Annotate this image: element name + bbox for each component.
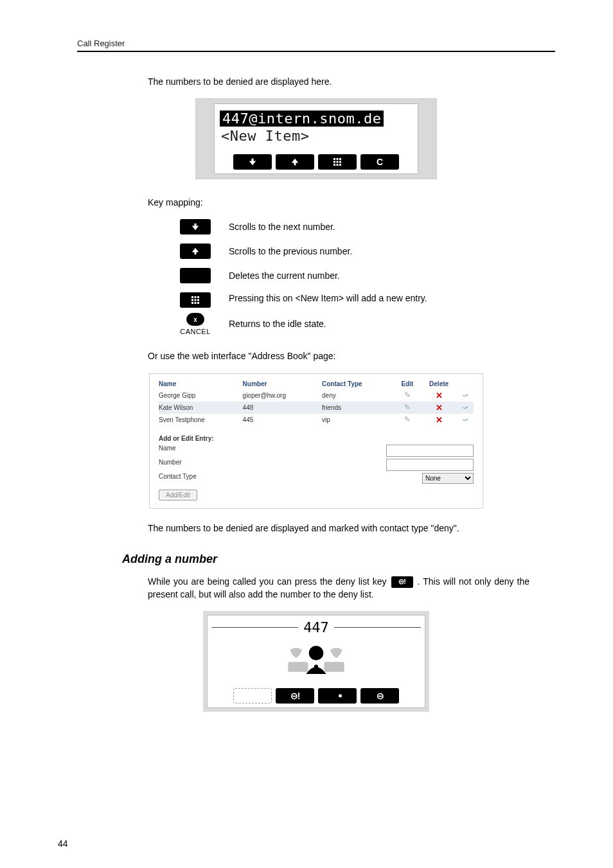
table-row: George Gipp gioper@hw.org deny ✎ ✕ ⤻ bbox=[159, 389, 474, 402]
deny-key-icon: ⊝! bbox=[391, 576, 413, 588]
svg-rect-8 bbox=[339, 164, 341, 166]
ringing-person-icon bbox=[284, 641, 348, 679]
ab-label-ctype: Contact Type bbox=[159, 473, 220, 484]
ab-label-name: Name bbox=[159, 445, 220, 457]
ab-addedit-button[interactable]: Add/Edit bbox=[159, 490, 197, 500]
keymap-clear-icon: C bbox=[180, 268, 211, 283]
svg-rect-3 bbox=[333, 161, 335, 163]
delete-icon[interactable]: ✕ bbox=[436, 403, 443, 412]
keymap-grid-icon bbox=[180, 292, 211, 308]
keymap-grid-desc: Pressing this on <New Item> will add a n… bbox=[229, 292, 427, 305]
address-book-table: Name Number Contact Type Edit Delete Geo… bbox=[159, 380, 474, 426]
ab-input-number[interactable] bbox=[386, 459, 474, 471]
ab-select-ctype[interactable]: None bbox=[422, 473, 474, 484]
svg-point-20 bbox=[309, 646, 324, 661]
lcd-selected-entry: 447@intern.snom.de bbox=[220, 111, 384, 127]
svg-rect-13 bbox=[195, 299, 197, 301]
clear-letter: C bbox=[377, 157, 383, 167]
table-row: Kate Wilson 448 friends ✎ ✕ ⤻ bbox=[159, 402, 474, 414]
hangup-icon: ⊝ bbox=[377, 691, 384, 701]
keymap-down-icon bbox=[180, 219, 211, 235]
ab-caption: The numbers to be denied are displayed a… bbox=[148, 522, 529, 535]
col-delete: Delete bbox=[422, 380, 459, 389]
ab-form-heading: Add or Edit Entry: bbox=[159, 435, 474, 442]
svg-rect-5 bbox=[339, 161, 341, 163]
svg-rect-2 bbox=[339, 158, 341, 160]
svg-rect-14 bbox=[197, 299, 199, 301]
arrow-down-icon bbox=[190, 221, 201, 233]
keymap-cancel-desc: Returns to the idle state. bbox=[229, 318, 326, 331]
clear-letter: C bbox=[191, 270, 199, 281]
dial-icon[interactable]: ⤻ bbox=[462, 416, 468, 423]
softkey-up[interactable] bbox=[276, 154, 314, 170]
col-name: Name bbox=[159, 380, 243, 389]
ab-intro: Or use the web interface "Address Book" … bbox=[148, 350, 529, 362]
keymap-heading: Key mapping: bbox=[148, 197, 555, 208]
edit-icon[interactable]: ✎ bbox=[404, 391, 411, 400]
incoming-call-lcd: 447 bbox=[203, 611, 429, 712]
page-number: 44 bbox=[58, 838, 68, 849]
col-number: Number bbox=[243, 380, 322, 389]
ab-label-number: Number bbox=[159, 459, 220, 471]
softkey-clear[interactable]: C bbox=[360, 154, 399, 170]
col-edit: Edit bbox=[396, 380, 422, 389]
svg-rect-17 bbox=[197, 302, 199, 304]
transfer-icon bbox=[332, 690, 343, 702]
table-row: Sven Testphone 445 vip ✎ ✕ ⤻ bbox=[159, 414, 474, 426]
softkey-down[interactable] bbox=[233, 154, 272, 170]
header-rule bbox=[77, 51, 555, 52]
svg-rect-19 bbox=[324, 662, 344, 673]
keymap-up-icon bbox=[180, 244, 211, 259]
deny-icon: ⊝! bbox=[290, 691, 300, 701]
softkey-deny[interactable]: ⊝! bbox=[276, 688, 314, 704]
svg-rect-16 bbox=[195, 302, 197, 304]
grid-icon bbox=[190, 294, 201, 306]
running-head: Call Register bbox=[77, 39, 555, 48]
softkey-blank bbox=[233, 688, 272, 704]
softkey-grid[interactable] bbox=[318, 154, 357, 170]
lcd-new-item: <New Item> bbox=[220, 128, 413, 144]
delete-icon[interactable]: ✕ bbox=[436, 415, 443, 425]
incoming-number: 447 bbox=[303, 619, 329, 635]
delete-icon[interactable]: ✕ bbox=[436, 391, 443, 400]
svg-rect-0 bbox=[333, 158, 335, 160]
svg-rect-4 bbox=[337, 161, 339, 163]
keymap-cancel-icon: x bbox=[186, 313, 204, 326]
arrow-up-icon bbox=[190, 245, 201, 257]
svg-rect-12 bbox=[191, 299, 193, 301]
svg-rect-18 bbox=[288, 662, 308, 673]
softkey-hangup[interactable]: ⊝ bbox=[360, 688, 399, 704]
softkey-transfer[interactable] bbox=[318, 688, 357, 704]
edit-icon[interactable]: ✎ bbox=[404, 415, 411, 424]
dial-icon[interactable]: ⤻ bbox=[462, 391, 468, 399]
arrow-down-icon bbox=[247, 156, 258, 168]
svg-rect-9 bbox=[191, 296, 193, 298]
keymap-up-desc: Scrolls to the previous number. bbox=[229, 245, 352, 258]
adding-paragraph: While you are being called you can press… bbox=[148, 575, 529, 601]
adding-heading: Adding a number bbox=[122, 553, 555, 566]
svg-rect-1 bbox=[337, 158, 339, 160]
dial-icon[interactable]: ⤻ bbox=[462, 403, 468, 411]
grid-icon bbox=[332, 156, 343, 168]
deny-lcd: 447@intern.snom.de <New Item> C bbox=[195, 98, 437, 179]
intro-line: The numbers to be denied are displayed h… bbox=[148, 75, 529, 88]
svg-rect-15 bbox=[191, 302, 193, 304]
edit-icon[interactable]: ✎ bbox=[404, 403, 411, 412]
svg-rect-7 bbox=[337, 164, 339, 166]
svg-point-21 bbox=[314, 665, 318, 669]
col-ctype: Contact Type bbox=[322, 380, 396, 389]
svg-rect-6 bbox=[333, 164, 335, 166]
svg-rect-11 bbox=[197, 296, 199, 298]
arrow-up-icon bbox=[289, 156, 301, 168]
ab-input-name[interactable] bbox=[386, 445, 474, 457]
keymap-clear-desc: Deletes the current number. bbox=[229, 270, 340, 283]
keymap-down-desc: Scrolls to the next number. bbox=[229, 221, 335, 234]
svg-rect-10 bbox=[195, 296, 197, 298]
keymap-cancel-label: CANCEL bbox=[180, 328, 211, 335]
address-book-frame: Name Number Contact Type Edit Delete Geo… bbox=[149, 373, 483, 509]
